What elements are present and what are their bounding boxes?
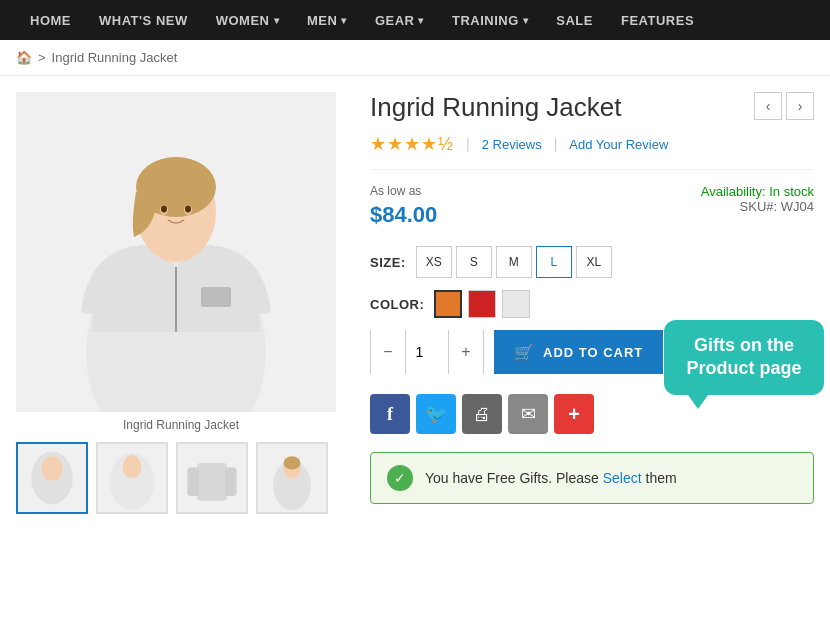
more-share-button[interactable]: +	[554, 394, 594, 434]
navigation: HOME WHAT'S NEW WOMEN▾ MEN▾ GEAR▾ TRAINI…	[0, 0, 830, 40]
social-share-row: f 🐦 🖨 ✉ +	[370, 394, 814, 434]
nav-sale[interactable]: SALE	[542, 0, 607, 40]
color-label: COLOR:	[370, 297, 424, 312]
add-to-cart-button[interactable]: 🛒 ADD TO CART	[494, 330, 663, 374]
availability-section: Availability: In stock SKU#: WJ04	[701, 184, 814, 214]
svg-rect-19	[225, 468, 236, 496]
svg-rect-18	[187, 468, 198, 496]
size-xl[interactable]: XL	[576, 246, 612, 278]
nav-home[interactable]: HOME	[16, 0, 85, 40]
color-white[interactable]	[502, 290, 530, 318]
as-low-as-label: As low as	[370, 184, 437, 198]
size-s[interactable]: S	[456, 246, 492, 278]
main-content: Ingrid Running Jacket	[0, 76, 830, 530]
email-share-button[interactable]: ✉	[508, 394, 548, 434]
product-price: $84.00	[370, 202, 437, 228]
print-icon: 🖨	[473, 404, 491, 425]
reviews-link[interactable]: 2 Reviews	[482, 137, 542, 152]
color-orange[interactable]	[434, 290, 462, 318]
price-section: As low as $84.00	[370, 184, 437, 228]
twitter-share-button[interactable]: 🐦	[416, 394, 456, 434]
plus-icon: +	[568, 403, 580, 426]
size-m[interactable]: M	[496, 246, 532, 278]
size-option-row: SIZE: XS S M L XL	[370, 246, 814, 278]
size-xs[interactable]: XS	[416, 246, 452, 278]
check-icon: ✓	[387, 465, 413, 491]
star-rating: ★★★★½	[370, 133, 454, 155]
email-icon: ✉	[521, 403, 536, 425]
chevron-down-icon: ▾	[274, 15, 280, 26]
svg-point-8	[161, 206, 167, 213]
facebook-icon: f	[387, 404, 393, 425]
size-label: SIZE:	[370, 255, 406, 270]
cart-icon: 🛒	[514, 343, 535, 362]
prev-product-button[interactable]: ‹	[754, 92, 782, 120]
svg-rect-3	[201, 287, 231, 307]
facebook-share-button[interactable]: f	[370, 394, 410, 434]
thumbnail-2[interactable]	[96, 442, 168, 514]
color-red[interactable]	[468, 290, 496, 318]
color-options	[434, 290, 530, 318]
breadcrumb-separator: >	[38, 50, 46, 65]
gifts-tooltip: Gifts on the Product page	[664, 320, 824, 395]
price-avail-section: As low as $84.00 Availability: In stock …	[370, 184, 814, 228]
availability-value: In stock	[769, 184, 814, 199]
quantity-control: − +	[370, 330, 484, 374]
twitter-icon: 🐦	[425, 403, 447, 425]
size-options: XS S M L XL	[416, 246, 612, 278]
qty-decrease-button[interactable]: −	[371, 330, 405, 374]
free-gifts-banner: ✓ You have Free Gifts. Please Select the…	[370, 452, 814, 504]
svg-rect-17	[197, 463, 227, 501]
nav-women[interactable]: WOMEN▾	[202, 0, 293, 40]
nav-features[interactable]: FEATURES	[607, 0, 708, 40]
color-option-row: COLOR:	[370, 290, 814, 318]
left-panel: Ingrid Running Jacket	[16, 92, 346, 514]
print-button[interactable]: 🖨	[462, 394, 502, 434]
thumbnail-1[interactable]	[16, 442, 88, 514]
thumbnail-4[interactable]	[256, 442, 328, 514]
chevron-down-icon: ▾	[418, 15, 424, 26]
main-product-image	[16, 92, 336, 412]
product-title: Ingrid Running Jacket	[370, 92, 621, 123]
next-product-button[interactable]: ›	[786, 92, 814, 120]
size-l[interactable]: L	[536, 246, 572, 278]
svg-point-9	[185, 206, 191, 213]
svg-point-12	[42, 456, 63, 481]
home-icon[interactable]: 🏠	[16, 50, 32, 65]
nav-men[interactable]: MEN▾	[293, 0, 361, 40]
image-caption: Ingrid Running Jacket	[16, 418, 346, 432]
chevron-down-icon: ▾	[523, 15, 529, 26]
nav-whats-new[interactable]: WHAT'S NEW	[85, 0, 202, 40]
right-panel: Ingrid Running Jacket ‹ › ★★★★½ | 2 Revi…	[370, 92, 814, 504]
rating-row: ★★★★½ | 2 Reviews | Add Your Review	[370, 133, 814, 170]
nav-gear[interactable]: GEAR▾	[361, 0, 438, 40]
free-gifts-text: You have Free Gifts. Please Select them	[425, 470, 677, 486]
thumbnail-3[interactable]	[176, 442, 248, 514]
cart-row: − + 🛒 ADD TO CART ♡ Gifts on the Product…	[370, 330, 814, 374]
product-title-row: Ingrid Running Jacket ‹ ›	[370, 92, 814, 123]
qty-input[interactable]	[405, 330, 449, 374]
svg-point-15	[123, 455, 142, 478]
availability-text: Availability: In stock	[701, 184, 814, 199]
breadcrumb-current: Ingrid Running Jacket	[52, 50, 178, 65]
thumbnail-list	[16, 442, 346, 514]
sku-text: SKU#: WJ04	[701, 199, 814, 214]
nav-training[interactable]: TRAINING▾	[438, 0, 542, 40]
svg-point-23	[284, 456, 301, 469]
qty-increase-button[interactable]: +	[449, 330, 483, 374]
select-gifts-link[interactable]: Select	[603, 470, 642, 486]
chevron-down-icon: ▾	[341, 15, 347, 26]
breadcrumb: 🏠 > Ingrid Running Jacket	[0, 40, 830, 76]
product-nav-arrows: ‹ ›	[754, 92, 814, 120]
add-review-link[interactable]: Add Your Review	[569, 137, 668, 152]
